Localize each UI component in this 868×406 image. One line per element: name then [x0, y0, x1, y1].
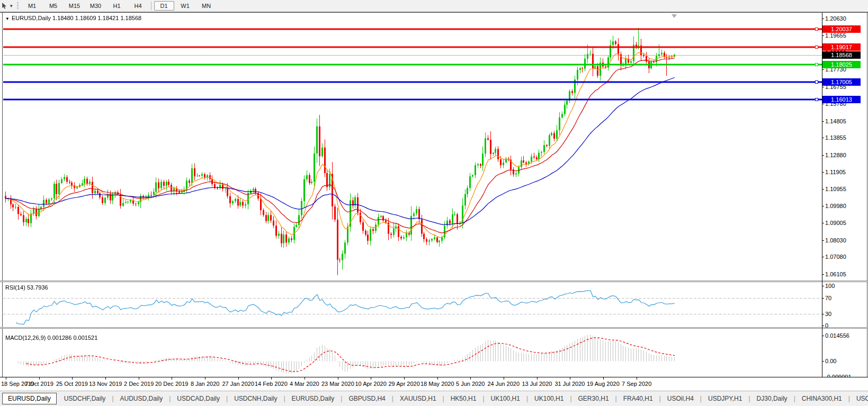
level-price-tag: 1.16013 — [822, 96, 861, 103]
date-tickmark — [172, 377, 172, 380]
date-tick-label: 20 Dec 2019 — [155, 381, 188, 387]
timeframe-button-w1[interactable]: W1 — [175, 1, 195, 11]
price-tickmark — [822, 240, 824, 241]
tab-separator: | — [614, 395, 618, 402]
tab-separator: | — [168, 395, 172, 402]
date-tick-label: 2 Dec 2019 — [124, 381, 154, 387]
timeframe-button-h1[interactable]: H1 — [107, 1, 127, 11]
timeframe-button-group: M1M5M15M30H1H4D1W1MN — [22, 1, 217, 11]
chart-tab-ger30-h1[interactable]: GER30,H1 — [573, 393, 614, 404]
chart-tab-audusd-daily[interactable]: AUDUSD,Daily — [115, 393, 168, 404]
rsi-tickmark — [822, 298, 824, 299]
price-tick-label: 1.12880 — [825, 152, 846, 158]
chart-tab-uk100-h1[interactable]: UK100,H1 — [529, 393, 569, 404]
chart-tab-uk100-h1[interactable]: UK100,H1 — [486, 393, 525, 404]
tab-separator: | — [658, 395, 662, 402]
top-toolbar: ▾ M1M5M15M30H1H4D1W1MN — [0, 0, 868, 12]
tab-separator: | — [569, 395, 572, 402]
current-price-tag: 1.18568 — [822, 51, 861, 59]
macd-tick-label: 0.014556 — [825, 332, 849, 339]
dropdown-caret-icon[interactable]: ▾ — [10, 3, 13, 8]
price-tickmark — [822, 121, 824, 122]
price-tickmark — [822, 223, 824, 223]
toolbar-grip[interactable] — [17, 2, 19, 10]
date-tickmark — [338, 377, 338, 380]
date-tick-label: 5 Jun 2020 — [456, 381, 485, 387]
date-tick-label: 29 Apr 2020 — [389, 381, 420, 387]
pane-divider[interactable] — [0, 281, 868, 282]
timeframe-button-m5[interactable]: M5 — [43, 1, 64, 11]
date-tickmark — [271, 377, 272, 380]
price-tick-label: 1.10955 — [825, 186, 846, 192]
chart-shift-marker[interactable] — [672, 14, 677, 18]
chart-title: ▼EURUSD,Daily 1.18480 1.18609 1.18421 1.… — [5, 15, 141, 21]
chart-tab-usdcnh-daily[interactable]: USDCNH,Daily — [229, 393, 282, 404]
price-tick-label: 1.09005 — [825, 220, 846, 226]
cursor-tool-button[interactable]: ▾ — [0, 1, 16, 11]
date-tickmark — [404, 377, 405, 380]
price-tick-label: 1.14805 — [825, 118, 846, 124]
chart-tab-gbpusd-h4[interactable]: GBPUSD,H4 — [343, 393, 390, 404]
rsi-indicator-pane[interactable] — [3, 282, 822, 327]
price-tickmark — [822, 69, 824, 70]
chart-tab-usdcad-daily[interactable]: USDCAD,Daily — [172, 393, 225, 404]
price-tick-label: 1.07080 — [825, 254, 846, 260]
timeframe-button-h4[interactable]: H4 — [128, 1, 148, 11]
candlestick-chart[interactable] — [3, 13, 822, 281]
rsi-tick-label: 100 — [825, 283, 835, 289]
date-tick-label: 18 May 2020 — [420, 381, 454, 387]
chart-tab-eurusd-daily[interactable]: EURUSD,Daily — [287, 393, 340, 404]
price-tick-label: 1.11905 — [825, 169, 846, 175]
date-tick-label: 19 Aug 2020 — [587, 381, 620, 387]
rsi-tick-label: 70 — [825, 295, 831, 301]
collapse-triangle-icon[interactable]: ▼ — [5, 16, 10, 21]
chart-tab-xauusd-h1[interactable]: XAUUSD,H1 — [395, 393, 442, 404]
macd-indicator-pane[interactable] — [3, 329, 822, 377]
tab-separator: | — [525, 395, 529, 402]
chart-window-border — [2, 12, 3, 390]
date-tickmark — [238, 377, 239, 380]
date-tick-label: 13 Jul 2020 — [522, 381, 552, 387]
chart-tab-usoil-h1[interactable]: USOil,H1 — [851, 393, 868, 404]
macd-tickmark — [822, 361, 824, 362]
price-tickmark — [822, 19, 824, 19]
chart-tab-usdjpy-h1[interactable]: USDJPY,H1 — [703, 393, 747, 404]
chart-tab-eurusd-daily[interactable]: EURUSD,Daily — [2, 393, 57, 404]
rsi-tickmark — [822, 326, 824, 326]
pane-divider[interactable] — [0, 327, 868, 329]
timeframe-button-m1[interactable]: M1 — [22, 1, 42, 11]
timeframe-button-d1[interactable]: D1 — [154, 1, 174, 11]
price-tickmark — [822, 189, 824, 190]
chart-tab-fra40-h1[interactable]: FRA40,H1 — [618, 393, 658, 404]
chart-tab-hk50-h1[interactable]: HK50,H1 — [445, 393, 482, 404]
time-axis[interactable]: 18 Sep 20197 Oct 201925 Oct 201913 Nov 2… — [0, 377, 868, 390]
tab-separator: | — [442, 395, 445, 402]
tab-separator: | — [111, 395, 114, 402]
chart-tab-dj30-daily[interactable]: DJ30,Daily — [751, 393, 793, 404]
toolbar-separator — [151, 2, 151, 10]
chart-tab-china300-h1[interactable]: CHINA300,H1 — [797, 393, 847, 404]
price-tickmark — [822, 274, 824, 275]
macd-tick-label: 0.00 — [825, 358, 836, 364]
rsi-tick-label: 0 — [825, 322, 828, 329]
timeframe-button-m30[interactable]: M30 — [86, 1, 106, 11]
tab-separator: | — [282, 395, 286, 402]
chart-tab-usoil-h4[interactable]: USOil,H4 — [662, 393, 699, 404]
date-tick-label: 23 Mar 2020 — [321, 381, 354, 387]
date-tickmark — [205, 377, 205, 380]
tab-separator: | — [747, 395, 751, 402]
level-price-tag: 1.17005 — [822, 78, 861, 86]
timeframe-button-mn[interactable]: MN — [196, 1, 217, 11]
cursor-icon — [1, 2, 8, 10]
tab-separator: | — [847, 395, 851, 402]
timeframe-button-m15[interactable]: M15 — [65, 1, 85, 11]
chart-tab-usdchf-daily[interactable]: USDCHF,Daily — [59, 393, 111, 404]
date-tick-label: 7 Sep 2020 — [622, 381, 651, 387]
chart-window-border — [867, 12, 867, 390]
date-tickmark — [72, 377, 73, 380]
price-tickmark — [822, 138, 824, 138]
tab-separator: | — [225, 395, 229, 402]
date-tickmark — [371, 377, 371, 380]
date-tickmark — [105, 377, 106, 380]
date-tick-label: 27 Jan 2020 — [222, 381, 255, 387]
